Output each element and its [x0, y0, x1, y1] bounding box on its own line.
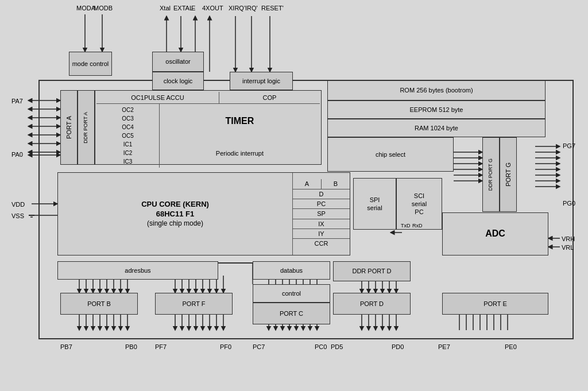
- rxd-label: RxD: [412, 223, 423, 229]
- pd5-label: PD5: [331, 343, 343, 350]
- port-a-box: PORT A: [60, 90, 78, 165]
- clock-logic-label: clock logic: [164, 77, 193, 85]
- pe7-label: PE7: [438, 343, 450, 350]
- irq-label: IRQ': [245, 5, 258, 11]
- extal-label: EXTAL: [173, 5, 193, 11]
- pe0-label: PE0: [505, 343, 517, 350]
- pb7-label: PB7: [60, 343, 72, 350]
- oscillator-label: oscillator: [165, 57, 190, 65]
- xirq-label: XIRQ': [229, 5, 245, 11]
- interrupt-logic-label: interrupt logic: [242, 77, 280, 85]
- diagram: MODA MODB Xtal EXTAL E 4XOUT XIRQ' IRQ' …: [0, 0, 588, 391]
- interrupt-logic-box: interrupt logic: [230, 72, 293, 90]
- ddr-port-a-box: DDR PORT A: [78, 90, 95, 165]
- clock-logic-box: clock logic: [152, 72, 204, 90]
- sci-box: SCI serial PC: [396, 178, 442, 230]
- pd0-label: PD0: [392, 343, 404, 350]
- databus-label: databus: [280, 266, 303, 274]
- ram-label: RAM 1024 byte: [415, 124, 458, 132]
- ram-box: RAM 1024 byte: [327, 119, 546, 137]
- port-g-label: PORT G: [504, 162, 512, 187]
- ddr-port-g-label: DDR PORT G: [488, 158, 494, 191]
- ddr-port-d-label: DDR PORT D: [352, 267, 391, 275]
- port-f-label: PORT F: [183, 300, 206, 308]
- reset-label: RESET': [261, 5, 284, 11]
- port-d-label: PORT D: [360, 300, 384, 308]
- timer-inner: TIMER Periodic interrupt: [159, 104, 320, 168]
- adresbus-box: adresbus: [57, 261, 218, 280]
- sci-label: SCI serial PC: [412, 192, 427, 216]
- vss-label: VSS: [11, 212, 24, 219]
- cpu-core-box: CPU CORE (KERN) 68HC11 F1 (single chip m…: [57, 172, 350, 255]
- eeprom-label: EEPROM 512 byte: [410, 106, 463, 114]
- pa0-label: PA0: [11, 151, 23, 158]
- pc0-label: PC0: [315, 343, 327, 350]
- vrh-label: VRH: [562, 235, 575, 242]
- port-e-label: PORT E: [483, 300, 507, 308]
- e-label: E: [191, 5, 195, 11]
- port-b-label: PORT B: [87, 300, 111, 308]
- ddr-port-d-box: DDR PORT D: [333, 261, 411, 281]
- control-box: control: [253, 284, 330, 303]
- vrl-label: VRL: [562, 244, 574, 251]
- pf0-label: PF0: [220, 343, 231, 350]
- oscillator-box: oscillator: [152, 52, 204, 72]
- timer-box: OC1PULSE ACCU COP OC2OC3OC4OC5IC1IC2IC3 …: [95, 90, 322, 165]
- vdd-label: VDD: [11, 201, 25, 208]
- port-c-box: PORT C: [253, 303, 330, 324]
- adresbus-label: adresbus: [125, 266, 150, 274]
- pg0-label: PG0: [563, 200, 575, 207]
- pc7-label: PC7: [253, 343, 265, 350]
- pb0-label: PB0: [125, 343, 137, 350]
- mode-control-label: mode control: [72, 60, 109, 68]
- mode-control-box: mode control: [69, 52, 112, 76]
- port-e-box: PORT E: [442, 293, 548, 315]
- port-b-box: PORT B: [60, 293, 138, 315]
- port-g-box: PORT G: [500, 137, 517, 212]
- chip-select-box: chip select: [327, 137, 454, 172]
- oc1pulse-accu: OC1PULSE ACCU: [96, 92, 219, 103]
- adc-box: ADC: [442, 212, 548, 255]
- chip-select-label: chip select: [376, 150, 405, 158]
- adc-label: ADC: [485, 228, 505, 240]
- rom-box: ROM 256 bytes (bootrom): [327, 80, 546, 100]
- pa7-label: PA7: [11, 98, 23, 104]
- eeprom-box: EEPROM 512 byte: [327, 100, 546, 119]
- pg7-label: PG7: [563, 142, 575, 149]
- ddr-port-a-label: DDR PORT A: [83, 112, 90, 144]
- cpu-core-inner: CPU CORE (KERN) 68HC11 F1 (single chip m…: [58, 173, 292, 255]
- port-a-label: PORT A: [65, 116, 73, 139]
- modb-label: MODB: [94, 5, 113, 11]
- ddr-port-g-box: DDR PORT G: [482, 137, 500, 212]
- spi-label: SPI serial: [367, 196, 382, 212]
- moda-label: MODA: [76, 5, 95, 11]
- xtal-label: Xtal: [160, 5, 171, 11]
- txd-label: TxD: [401, 223, 411, 229]
- registers-box: A B D PC SP IX IY CCR: [292, 173, 350, 255]
- spi-box: SPI serial: [353, 178, 396, 230]
- rom-label: ROM 256 bytes (bootrom): [400, 86, 473, 94]
- oc-ic-list: OC2OC3OC4OC5IC1IC2IC3: [96, 104, 159, 168]
- port-c-label: PORT C: [280, 309, 303, 318]
- databus-box: databus: [253, 261, 330, 280]
- xout4-label: 4XOUT: [202, 5, 223, 11]
- cop: COP: [219, 92, 320, 103]
- control-label: control: [282, 289, 301, 297]
- port-d-box: PORT D: [333, 293, 411, 315]
- port-f-box: PORT F: [155, 293, 233, 315]
- pf7-label: PF7: [155, 343, 167, 350]
